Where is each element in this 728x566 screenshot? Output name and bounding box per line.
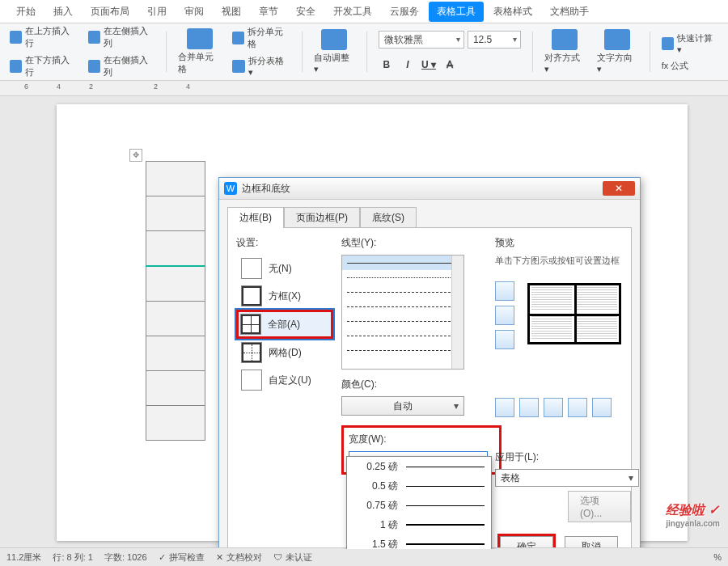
apply-to-combo[interactable]: 表格 bbox=[495, 469, 639, 487]
tab-shading[interactable]: 底纹(S) bbox=[360, 207, 417, 228]
status-spellcheck[interactable]: ✓ 拼写检查 bbox=[159, 551, 205, 564]
font-name-combo[interactable]: 微软雅黑 bbox=[379, 31, 464, 49]
table-row[interactable] bbox=[146, 302, 205, 336]
line-style-item[interactable] bbox=[342, 270, 463, 285]
setting-all[interactable]: 全部(A) bbox=[236, 310, 333, 339]
formula-button[interactable]: fx 公式 bbox=[662, 60, 718, 72]
alignment-button[interactable]: 对齐方式 ▾ bbox=[544, 29, 586, 74]
close-button[interactable]: ✕ bbox=[603, 181, 635, 196]
table-row[interactable] bbox=[146, 196, 205, 231]
line-style-item[interactable] bbox=[342, 256, 463, 270]
table-row[interactable] bbox=[146, 406, 205, 441]
borders-shading-dialog: W 边框和底纹 ✕ 边框(B) 页面边框(P) 底纹(S) 设置: 无(N) 方… bbox=[218, 177, 641, 549]
status-wordcount[interactable]: 字数: 1026 bbox=[104, 551, 147, 564]
separator bbox=[650, 32, 650, 72]
table-row[interactable] bbox=[146, 371, 205, 406]
setting-custom-label: 自定义(U) bbox=[269, 374, 311, 387]
line-style-item[interactable] bbox=[342, 343, 463, 357]
width-option[interactable]: 1 磅 bbox=[347, 515, 491, 534]
line-style-item[interactable] bbox=[342, 299, 463, 314]
line-style-item[interactable] bbox=[342, 314, 463, 328]
tab-start[interactable]: 开始 bbox=[8, 2, 44, 22]
border-hmid-button[interactable] bbox=[495, 306, 514, 325]
tab-sections[interactable]: 章节 bbox=[251, 2, 286, 22]
border-top-button[interactable] bbox=[495, 281, 514, 301]
tab-table-tools[interactable]: 表格工具 bbox=[429, 2, 484, 22]
width-option[interactable]: 0.25 磅 bbox=[347, 457, 491, 476]
ribbon-tabs: 开始 插入 页面布局 引用 审阅 视图 章节 安全 开发工具 云服务 表格工具 … bbox=[0, 0, 728, 23]
font-size-combo[interactable]: 12.5 bbox=[468, 31, 521, 49]
status-position[interactable]: 11.2厘米 bbox=[6, 551, 41, 564]
border-left-button[interactable] bbox=[519, 398, 539, 417]
merge-cells-button[interactable]: 合并单元格 bbox=[178, 28, 221, 75]
status-rowcol[interactable]: 行: 8 列: 1 bbox=[53, 551, 93, 564]
width-label: 宽度(W): bbox=[349, 433, 494, 446]
color-combo[interactable]: 自动 bbox=[341, 396, 464, 416]
status-auth[interactable]: 🛡 未认证 bbox=[273, 551, 312, 564]
setting-box[interactable]: 方框(X) bbox=[236, 282, 333, 310]
insert-col-left-button[interactable]: 在左侧插入列 bbox=[88, 25, 155, 49]
insert-row-above-button[interactable]: 在上方插入行 bbox=[10, 25, 77, 49]
preview-sample[interactable] bbox=[527, 283, 621, 344]
tab-insert[interactable]: 插入 bbox=[45, 2, 81, 22]
tab-review[interactable]: 审阅 bbox=[176, 2, 212, 22]
tab-cloud[interactable]: 云服务 bbox=[382, 2, 427, 22]
table-row[interactable] bbox=[146, 266, 205, 302]
line-style-item[interactable] bbox=[342, 285, 463, 299]
quick-calc-button[interactable]: 快速计算 ▾ bbox=[662, 32, 718, 55]
scrollbar[interactable] bbox=[451, 256, 463, 369]
table-move-handle[interactable]: ✥ bbox=[129, 149, 142, 162]
watermark: 经验啦 ✓ jingyanla.com bbox=[666, 502, 720, 528]
tab-border[interactable]: 边框(B) bbox=[227, 207, 284, 228]
underline-button[interactable]: U ▾ bbox=[421, 57, 437, 73]
border-bottom-button[interactable] bbox=[495, 330, 514, 349]
bold-button[interactable]: B bbox=[379, 57, 395, 73]
dialog-titlebar[interactable]: W 边框和底纹 ✕ bbox=[219, 178, 640, 200]
status-zoom[interactable]: % bbox=[713, 552, 722, 562]
setting-none[interactable]: 无(N) bbox=[236, 255, 333, 282]
border-diag1-button[interactable] bbox=[495, 398, 514, 417]
width-option-label: 1.5 磅 bbox=[353, 538, 398, 550]
split-cell-button[interactable]: 拆分单元格 bbox=[232, 26, 290, 50]
autofit-button[interactable]: 自动调整 ▾ bbox=[314, 29, 355, 74]
document-area: ✥ W 边框和底纹 ✕ 边框(B) 页面边框(P) 底纹(S) 设置: bbox=[0, 96, 728, 549]
setting-grid[interactable]: 网格(D) bbox=[236, 339, 333, 366]
insert-col-right-button[interactable]: 在右侧插入列 bbox=[88, 54, 155, 78]
italic-button[interactable]: I bbox=[400, 57, 416, 73]
width-option[interactable]: 0.5 磅 bbox=[347, 476, 491, 496]
border-vmid-button[interactable] bbox=[544, 398, 563, 417]
border-right-button[interactable] bbox=[568, 398, 587, 417]
width-option[interactable]: 1.5 磅 bbox=[347, 534, 491, 549]
tab-doc-assist[interactable]: 文档助手 bbox=[542, 2, 597, 22]
border-diag2-button[interactable] bbox=[592, 398, 612, 417]
tab-devtools[interactable]: 开发工具 bbox=[325, 2, 380, 22]
line-style-list[interactable] bbox=[341, 255, 464, 370]
tab-layout[interactable]: 页面布局 bbox=[83, 2, 138, 22]
table-row[interactable] bbox=[146, 336, 205, 371]
table-row[interactable] bbox=[146, 162, 205, 196]
text-direction-button[interactable]: 文字方向 ▾ bbox=[597, 29, 638, 74]
line-style-item[interactable] bbox=[342, 328, 463, 343]
split-table-button[interactable]: 拆分表格 ▾ bbox=[232, 55, 290, 78]
tab-page-border[interactable]: 页面边框(P) bbox=[284, 207, 360, 228]
table-row[interactable] bbox=[146, 231, 205, 267]
settings-label: 设置: bbox=[236, 236, 333, 250]
tab-table-style[interactable]: 表格样式 bbox=[485, 2, 540, 22]
split-cell-label: 拆分单元格 bbox=[248, 26, 290, 50]
setting-custom[interactable]: 自定义(U) bbox=[236, 366, 333, 394]
split-table-icon bbox=[232, 60, 245, 73]
horizontal-ruler[interactable]: 6 4 2 2 4 bbox=[0, 81, 728, 96]
autofit-label: 自动调整 ▾ bbox=[314, 52, 355, 74]
document-table[interactable] bbox=[146, 161, 205, 441]
setting-all-label: 全部(A) bbox=[268, 318, 300, 332]
status-proofing[interactable]: ✕ 文档校对 bbox=[216, 551, 262, 564]
all-icon bbox=[240, 314, 261, 335]
insert-row-below-button[interactable]: 在下方插入行 bbox=[10, 54, 77, 78]
tab-view[interactable]: 视图 bbox=[214, 2, 249, 22]
strike-button[interactable]: A̶ bbox=[442, 57, 458, 73]
tab-references[interactable]: 引用 bbox=[139, 2, 175, 22]
width-option[interactable]: 0.75 磅 bbox=[347, 496, 491, 515]
setting-grid-label: 网格(D) bbox=[269, 346, 302, 360]
tab-security[interactable]: 安全 bbox=[288, 2, 324, 22]
insert-col-right-label: 在右侧插入列 bbox=[104, 54, 154, 78]
